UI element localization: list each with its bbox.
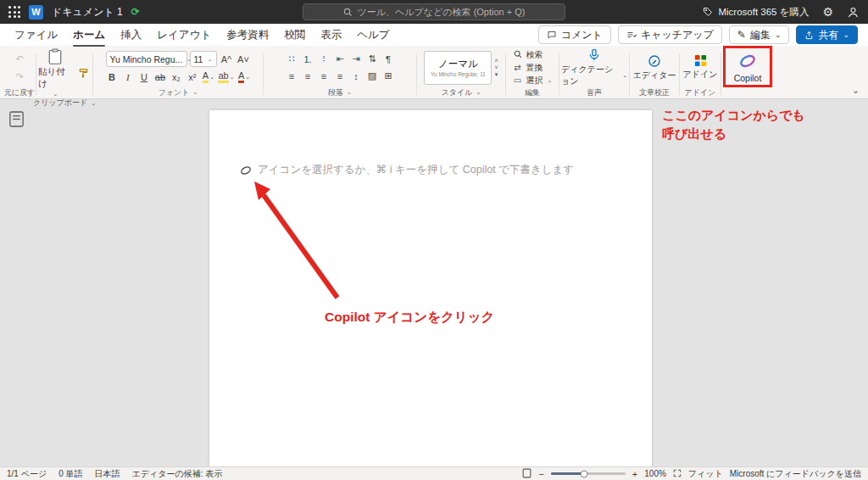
- strikethrough-button[interactable]: ab: [153, 70, 167, 84]
- zoom-out-button[interactable]: −: [538, 469, 543, 479]
- sort-icon[interactable]: ⇅: [365, 52, 380, 66]
- word-count[interactable]: 0 単語: [58, 468, 82, 480]
- addins-button[interactable]: アドイン: [683, 54, 718, 81]
- pilcrow-icon[interactable]: ¶: [381, 52, 396, 66]
- addins-label: アドイン: [683, 69, 718, 81]
- style-scroll-down-icon[interactable]: ˅: [494, 64, 498, 70]
- copilot-button[interactable]: Copilot: [727, 48, 769, 87]
- style-normal-button[interactable]: ノーマル Yu Mincho Regular, 11: [424, 51, 492, 85]
- tab-references[interactable]: 参考資料: [219, 24, 276, 47]
- copilot-placeholder-text: アイコンを選択するか、⌘ i キーを押して Copilot で下書きします: [258, 163, 574, 177]
- chevron-down-icon[interactable]: ⌄: [91, 100, 96, 107]
- align-justify-icon[interactable]: ≡: [333, 69, 348, 83]
- format-painter-icon[interactable]: [76, 66, 91, 81]
- font-color-button[interactable]: A ⌄: [237, 70, 252, 84]
- line-spacing-icon[interactable]: ↕: [349, 69, 364, 83]
- find-button[interactable]: 検索: [513, 49, 553, 61]
- document-page[interactable]: アイコンを選択するか、⌘ i キーを押して Copilot で下書きします: [209, 110, 652, 466]
- addins-icon: [694, 54, 707, 67]
- tab-review[interactable]: 校閲: [276, 24, 313, 47]
- font-name-select[interactable]: Yu Mincho Regu... ⌄: [106, 51, 187, 67]
- zoom-level[interactable]: 100%: [644, 469, 666, 478]
- focus-view-icon[interactable]: [522, 468, 531, 480]
- style-gallery-more-icon[interactable]: ▾: [494, 71, 498, 78]
- align-right-icon[interactable]: ≡: [317, 69, 331, 83]
- settings-gear-icon[interactable]: ⚙: [822, 5, 833, 19]
- tab-home[interactable]: ホーム: [65, 24, 113, 47]
- font-size-select[interactable]: 11 ⌄: [190, 51, 217, 67]
- navigation-pane-toggle-icon[interactable]: [9, 111, 24, 131]
- paste-button[interactable]: 貼り付け ⌄: [38, 48, 72, 98]
- dialog-launcher-icon[interactable]: ⌄: [347, 89, 352, 96]
- highlight-color-button[interactable]: ab ⌄: [217, 70, 235, 84]
- language-indicator[interactable]: 日本語: [95, 468, 120, 480]
- replace-label: 置換: [526, 62, 543, 74]
- dictate-label: ディクテーション: [561, 64, 620, 87]
- editing-mode-dropdown[interactable]: ✎ 編集 ⌄: [729, 25, 790, 44]
- ribbon-group-undo: ↶ ↷ 元に戻す: [5, 48, 34, 98]
- shading-icon[interactable]: ▨: [365, 69, 380, 83]
- catchup-icon: [626, 30, 637, 40]
- clipboard-icon: [47, 48, 63, 65]
- superscript-button[interactable]: x²: [185, 70, 199, 84]
- copilot-draft-prompt[interactable]: アイコンを選択するか、⌘ i キーを押して Copilot で下書きします: [240, 163, 574, 177]
- undo-icon[interactable]: ↶: [13, 52, 27, 66]
- align-center-icon[interactable]: ≡: [301, 69, 315, 83]
- dialog-launcher-icon[interactable]: ⌄: [476, 89, 481, 96]
- dictate-button[interactable]: ディクテーション ⌄: [561, 48, 627, 87]
- select-label: 選択: [526, 75, 543, 87]
- tab-help[interactable]: ヘルプ: [349, 24, 397, 47]
- chevron-down-icon: ⌄: [548, 77, 553, 84]
- styles-group-label: スタイル: [442, 87, 473, 98]
- tab-insert[interactable]: 挿入: [113, 24, 149, 47]
- borders-icon[interactable]: ⊞: [381, 69, 396, 83]
- decrease-indent-icon[interactable]: ⇤: [333, 52, 348, 66]
- feedback-link[interactable]: Microsoft にフィードバックを送信: [730, 468, 861, 480]
- fit-button[interactable]: フィット: [688, 468, 723, 480]
- catchup-button[interactable]: キャッチアップ: [618, 25, 722, 44]
- zoom-slider-thumb[interactable]: [581, 470, 588, 477]
- align-left-icon[interactable]: ≡: [285, 69, 299, 83]
- buy-m365-button[interactable]: Microsoft 365 を購入: [703, 6, 809, 19]
- style-scroll-up-icon[interactable]: ˄: [494, 58, 498, 64]
- font-group-label: フォント: [159, 87, 190, 98]
- comments-button[interactable]: コメント: [538, 25, 611, 44]
- paste-label: 貼り付け: [38, 66, 72, 90]
- search-icon: [343, 8, 353, 17]
- subscript-button[interactable]: x₂: [169, 70, 183, 84]
- ribbon-collapse-chevron-icon[interactable]: ⌄: [852, 85, 860, 96]
- italic-button[interactable]: I: [120, 70, 135, 84]
- font-name-value: Yu Mincho Regu...: [110, 54, 183, 64]
- app-launcher-icon[interactable]: [8, 6, 20, 18]
- bold-button[interactable]: B: [104, 70, 119, 84]
- redo-icon[interactable]: ↷: [13, 70, 27, 84]
- editor-button[interactable]: エディター: [633, 54, 676, 81]
- underline-button[interactable]: U: [136, 70, 151, 84]
- word-logo-icon[interactable]: W: [29, 5, 43, 20]
- account-avatar-icon[interactable]: [847, 6, 860, 19]
- text-effects-button[interactable]: A ⌄: [201, 70, 215, 84]
- zoom-slider[interactable]: [551, 472, 626, 475]
- bullet-list-icon[interactable]: ∷: [285, 52, 299, 66]
- grow-font-button[interactable]: A^: [220, 52, 234, 66]
- multilevel-list-icon[interactable]: ⁝: [317, 52, 331, 66]
- select-button[interactable]: ▭ 選択 ⌄: [513, 75, 553, 87]
- zoom-in-button[interactable]: +: [632, 469, 637, 479]
- highlight-glyph: ab: [218, 71, 228, 83]
- increase-indent-icon[interactable]: ⇥: [349, 52, 364, 66]
- document-title[interactable]: ドキュメント 1: [52, 5, 123, 20]
- page-count[interactable]: 1/1 ページ: [7, 468, 47, 480]
- search-bar[interactable]: ツール、ヘルプなどの検索 (Option + Q): [303, 3, 565, 20]
- shrink-font-button[interactable]: A˅: [236, 52, 251, 66]
- numbered-list-icon[interactable]: 1.: [301, 52, 315, 66]
- editor-suggestions[interactable]: エディターの候補: 表示: [132, 468, 223, 480]
- saved-sync-icon[interactable]: ⟳: [131, 6, 140, 18]
- tab-view[interactable]: 表示: [313, 24, 349, 47]
- ribbon-group-editing: 検索 ⇄ 置換 ▭ 選択 ⌄ 編集: [508, 48, 557, 98]
- tab-layout[interactable]: レイアウト: [149, 24, 219, 47]
- tab-file[interactable]: ファイル: [7, 24, 65, 47]
- dialog-launcher-icon[interactable]: ⌄: [192, 89, 198, 96]
- replace-button[interactable]: ⇄ 置換: [513, 62, 553, 74]
- select-icon: ▭: [513, 75, 523, 85]
- share-button[interactable]: 共有 ⌄: [796, 25, 858, 44]
